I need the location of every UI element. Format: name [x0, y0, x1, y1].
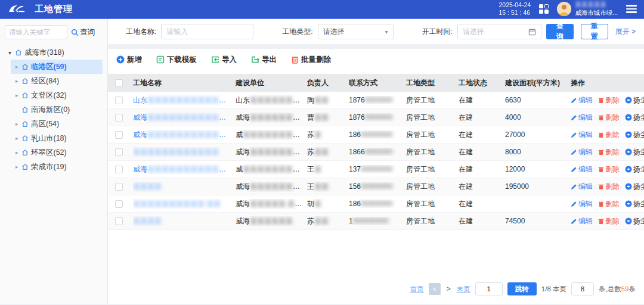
filter-search-button[interactable]: 查询 [546, 24, 574, 39]
home-icon [21, 163, 29, 170]
site-name-link[interactable]: 威海某某某某某某某某某某某某某某 [133, 113, 236, 123]
row-checkbox[interactable] [115, 200, 123, 208]
tree-node[interactable]: 威海市(318) [5, 45, 103, 60]
delete-button[interactable]: 删除 [598, 199, 620, 209]
tree-node[interactable]: 乳山市(18) [11, 131, 103, 145]
delete-button[interactable]: 删除 [598, 216, 620, 226]
table-row: 威海某某某某某某某某某某某某某 威某某某某某某某某公司 苏某 186000000… [108, 126, 644, 144]
start-date-picker[interactable]: 请选择 [457, 24, 541, 39]
site-name-input[interactable] [161, 24, 253, 39]
page-number-input[interactable] [475, 282, 503, 295]
delete-button[interactable]: 删除 [598, 95, 620, 105]
site-name-link[interactable]: 威海某某某某某某某某某某某某某某 [133, 164, 236, 175]
download-template-button[interactable]: 下载模板 [156, 55, 197, 65]
dust-button[interactable]: 扬尘 [625, 216, 644, 226]
person-cell: 王某某 [307, 182, 349, 192]
edit-button[interactable]: 编辑 [571, 182, 593, 192]
row-checkbox[interactable] [115, 166, 123, 173]
status-cell: 在建 [459, 147, 505, 157]
region-sidebar: 查询 威海市(318) [0, 19, 108, 304]
sidebar-search-button[interactable]: 查询 [71, 27, 95, 38]
search-icon [71, 29, 79, 36]
tree-node[interactable]: 环翠区(52) [11, 145, 103, 160]
tree-node-label: 荣成市(19) [31, 162, 67, 172]
row-checkbox[interactable] [115, 131, 123, 139]
person-cell: 陶某某 [307, 95, 349, 105]
tree-node[interactable]: 荣成市(19) [11, 160, 103, 174]
select-all-checkbox[interactable] [115, 79, 123, 87]
first-page-link[interactable]: 首页 [410, 285, 424, 294]
site-name-link[interactable]: 某某某某某某某某某某 某某 [133, 199, 236, 209]
prev-page-button[interactable]: < [429, 283, 441, 295]
type-cell: 房管工地 [406, 113, 459, 123]
row-checkbox[interactable] [115, 97, 123, 104]
area-cell: 4000 [505, 113, 571, 122]
apps-grid-icon[interactable] [539, 4, 549, 14]
edit-button[interactable]: 编辑 [571, 147, 593, 157]
pencil-icon [571, 114, 577, 121]
table-row: 山东某某某某某某某某某某某某工程 山东某某某某某某某有限公司 陶某某 18760… [108, 92, 644, 109]
dust-button[interactable]: 扬尘 [625, 164, 644, 175]
dust-button[interactable]: 扬尘 [625, 113, 644, 123]
menu-hamburger-icon[interactable] [626, 5, 637, 13]
expand-filters-link[interactable]: 展开 > [615, 27, 636, 37]
dust-icon [625, 166, 632, 173]
edit-button[interactable]: 编辑 [571, 199, 593, 209]
keyword-search-input[interactable] [5, 25, 67, 39]
import-button[interactable]: 导入 [211, 55, 237, 65]
person-cell: 胡某 [307, 199, 349, 209]
site-name-link[interactable]: 威海某某某某某某某某某某某某某 [133, 130, 236, 140]
dust-button[interactable]: 扬尘 [625, 130, 644, 140]
jump-button[interactable]: 跳转 [507, 282, 537, 295]
site-name-link[interactable]: 某某某某 [133, 216, 236, 226]
row-checkbox[interactable] [115, 217, 123, 225]
page-size-input[interactable] [571, 282, 594, 295]
delete-button[interactable]: 删除 [598, 164, 620, 175]
delete-button[interactable]: 删除 [598, 182, 620, 192]
area-cell: 27000 [505, 130, 571, 139]
edit-button[interactable]: 编辑 [571, 95, 593, 105]
next-page-button[interactable]: > [445, 285, 452, 293]
col-build-unit: 建设单位 [236, 78, 307, 88]
dust-button[interactable]: 扬尘 [625, 95, 644, 105]
user-info[interactable]: 某某某某某 威海市城市绿... [575, 1, 618, 17]
edit-button[interactable]: 编辑 [571, 164, 593, 175]
site-name-link[interactable]: 山东某某某某某某某某某某某某工程 [133, 95, 236, 105]
row-checkbox[interactable] [115, 183, 123, 191]
filter-reset-button[interactable]: 重置 [581, 24, 608, 39]
build-unit-cell: 威某某某某某某某某某公司 [236, 164, 307, 175]
delete-button[interactable]: 删除 [598, 113, 620, 123]
batch-delete-button[interactable]: 批量删除 [291, 55, 331, 65]
tree-node[interactable]: 高区(54) [11, 117, 103, 131]
edit-button[interactable]: 编辑 [571, 130, 593, 140]
edit-button[interactable]: 编辑 [571, 216, 593, 226]
status-cell: 在建 [459, 182, 505, 192]
tree-node-label: 临港区(59) [31, 62, 67, 72]
tree-node[interactable]: 南海新区(0) [11, 102, 103, 117]
avatar[interactable] [557, 2, 571, 16]
dust-button[interactable]: 扬尘 [625, 199, 644, 209]
area-cell: 6630 [505, 96, 571, 104]
export-icon [251, 55, 259, 64]
tree-node-label: 南海新区(0) [31, 105, 70, 115]
dust-button[interactable]: 扬尘 [625, 147, 644, 157]
site-type-select[interactable]: 请选择 ▾ [318, 24, 394, 39]
user-name: 某某某某某 [575, 1, 618, 9]
edit-button[interactable]: 编辑 [571, 113, 593, 123]
delete-button[interactable]: 删除 [598, 147, 620, 157]
tree-node[interactable]: 经区(84) [11, 74, 103, 88]
site-name-link[interactable]: 某某某某某某某某某某某某 [133, 147, 236, 157]
tree-node[interactable]: 文登区(32) [11, 88, 103, 102]
dust-button[interactable]: 扬尘 [625, 182, 644, 192]
delete-button[interactable]: 删除 [598, 130, 620, 140]
tree-node-label: 威海市(318) [24, 48, 64, 58]
status-cell: 在建 [459, 199, 505, 209]
tree-node[interactable]: 临港区(59) [11, 60, 103, 74]
last-page-link[interactable]: 末页 [457, 285, 470, 294]
add-button[interactable]: 新增 [116, 55, 142, 65]
export-button[interactable]: 导出 [251, 55, 277, 65]
row-checkbox[interactable] [115, 114, 123, 122]
site-name-link[interactable]: 某某某某 [133, 182, 236, 192]
dust-icon [625, 200, 632, 207]
row-checkbox[interactable] [115, 148, 123, 156]
